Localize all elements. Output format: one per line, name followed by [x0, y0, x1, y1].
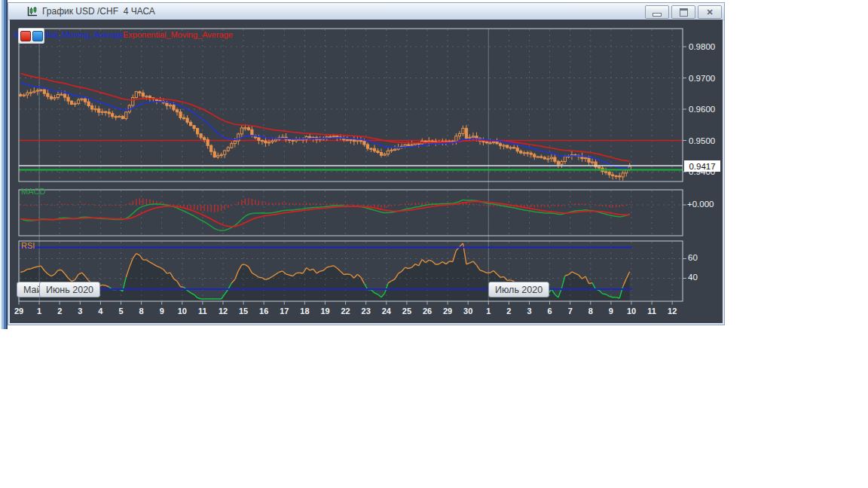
rsi-axis-tick-40: 40: [688, 273, 698, 282]
window-title: График USD /CHF 4 ЧАСА: [42, 6, 155, 17]
macd-label: MACD: [21, 187, 45, 196]
indicator-toolbar: [18, 28, 44, 44]
legend-ema-slow: Exponential_Moving_Average: [123, 30, 233, 39]
minimize-button[interactable]: [645, 5, 669, 19]
close-button[interactable]: ✕: [698, 5, 722, 19]
macd-axis-tick: +0.000: [687, 200, 714, 209]
current-price-tag: 0.9417: [684, 160, 720, 172]
restore-button[interactable]: [671, 5, 695, 19]
minimize-icon: [653, 13, 662, 17]
close-icon: ✕: [706, 8, 713, 17]
period-label-july[interactable]: Июль 2020: [488, 282, 549, 297]
rsi-axis-tick-60: 60: [688, 253, 698, 262]
period-label-june[interactable]: Июнь 2020: [39, 282, 100, 297]
rsi-label: RSI: [21, 241, 35, 250]
titlebar[interactable]: График USD /CHF 4 ЧАСА ✕: [8, 3, 724, 20]
chart-client-area[interactable]: [10, 20, 723, 323]
chart-window: График USD /CHF 4 ЧАСА ✕: [8, 2, 725, 325]
window-controls: ✕: [645, 5, 722, 19]
blue-indicator-button[interactable]: [32, 31, 43, 41]
desktop: { "window": { "title": "График USD /CHF …: [0, 0, 868, 488]
chart-icon: [26, 6, 38, 17]
red-indicator-button[interactable]: [20, 31, 31, 41]
restore-icon: [680, 8, 688, 17]
